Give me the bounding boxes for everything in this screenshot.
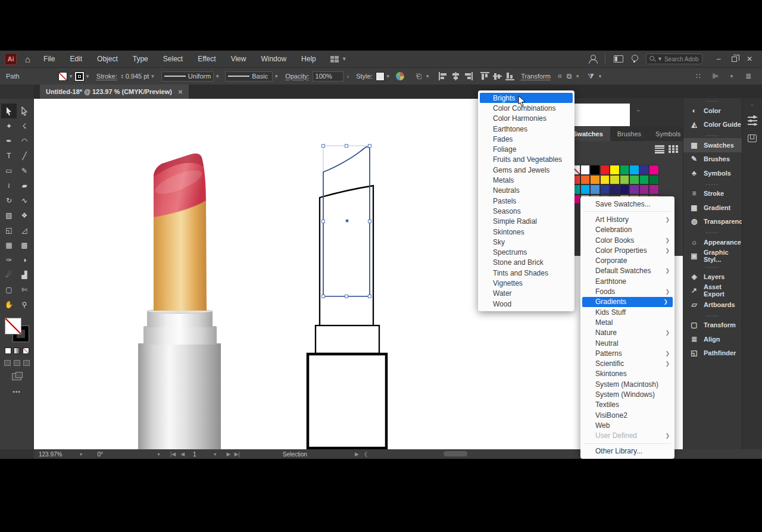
zoom-tool[interactable]: ⚲	[17, 297, 32, 312]
rotation-value[interactable]: 0°	[97, 451, 103, 458]
outline-lipstick[interactable]	[308, 145, 386, 449]
dock-artboards[interactable]: ▱Artboards	[683, 298, 742, 312]
menu-item-gradients[interactable]: Gradients❯	[582, 297, 673, 307]
menu-item-pastels[interactable]: Pastels	[478, 196, 574, 206]
swatch-2b3990[interactable]	[600, 184, 610, 195]
chevron-down-icon[interactable]: ▼	[575, 74, 580, 79]
rotate-tool[interactable]: ↻	[1, 193, 17, 208]
menu-help[interactable]: Help	[301, 55, 316, 63]
chevron-down-icon[interactable]: ▼	[68, 74, 73, 79]
swatch-7b2e9e[interactable]	[629, 184, 639, 195]
swatch-000000[interactable]	[590, 165, 600, 175]
swatch-d7df23[interactable]	[610, 175, 620, 185]
bounding-box-icon[interactable]: ⌗	[558, 72, 562, 80]
dock-swatches[interactable]: ▦Swatches	[683, 138, 742, 152]
dock-align[interactable]: ≣Align	[683, 332, 742, 346]
swatch-00aeef[interactable]	[629, 165, 639, 175]
swatch-00a651[interactable]	[620, 165, 630, 175]
chevron-down-icon[interactable]: ▼	[274, 74, 279, 79]
status-expand-icon[interactable]: ▶	[355, 451, 359, 457]
graph-tool[interactable]: ▟	[17, 267, 32, 282]
selection-tool[interactable]	[1, 104, 17, 118]
screen-mode-button[interactable]	[12, 373, 21, 380]
menu-item-stone-and-brick[interactable]: Stone and Brick	[478, 258, 574, 268]
stroke-color-swatch[interactable]	[75, 72, 84, 81]
menu-item-color-properties[interactable]: Color Properties❯	[580, 245, 674, 255]
direct-selection-tool[interactable]	[17, 104, 32, 118]
menu-window[interactable]: Window	[261, 55, 286, 63]
style-swatch[interactable]	[376, 72, 385, 81]
prev-artboard-icon[interactable]: ◀	[180, 451, 185, 457]
document-tab[interactable]: Untitled-18* @ 123.97 % (CMYK/Preview) ✕	[40, 85, 189, 99]
pen-tool[interactable]: ✒	[1, 133, 17, 148]
first-artboard-icon[interactable]: |◀	[170, 451, 176, 457]
draw-behind-icon[interactable]	[14, 360, 20, 366]
opacity-label[interactable]: Opacity:	[285, 73, 309, 80]
hand-tool[interactable]: ✋	[1, 297, 17, 312]
rectangle-tool[interactable]: ▭	[1, 163, 17, 178]
menu-item-neutral[interactable]: Neutral	[580, 338, 674, 348]
dock-color-guide[interactable]: ◭Color Guide	[683, 118, 742, 132]
dock-asset-export[interactable]: ↗Asset Export	[683, 284, 742, 298]
chevron-down-icon[interactable]: ▼	[386, 74, 391, 79]
chevron-down-icon[interactable]: ▼	[85, 74, 90, 79]
swatch-2e3192[interactable]	[639, 165, 649, 175]
width-tool[interactable]: ∿	[17, 193, 32, 208]
menu-item-textiles[interactable]: Textiles	[580, 400, 674, 410]
swatch-00aeef[interactable]	[580, 184, 591, 195]
isolate-selection-icon[interactable]: ⧉	[567, 72, 572, 80]
paintbrush-tool[interactable]: ✎	[17, 163, 32, 178]
dock-color[interactable]: ◐Color	[683, 104, 742, 118]
properties-panel-icon[interactable]	[748, 117, 757, 125]
menu-item-color-harmonies[interactable]: Color Harmonies	[478, 114, 574, 124]
menu-effect[interactable]: Effect	[198, 55, 216, 63]
align-left-icon[interactable]	[439, 72, 448, 80]
draw-normal-icon[interactable]	[4, 360, 11, 366]
menu-item-nature[interactable]: Nature❯	[580, 328, 674, 338]
menu-item-corporate[interactable]: Corporate	[580, 255, 674, 265]
align-top-icon[interactable]	[480, 72, 489, 80]
dock-transparency[interactable]: ◍Transparency	[683, 215, 742, 229]
libraries-panel-icon[interactable]	[748, 134, 757, 142]
swatch-262262[interactable]	[610, 184, 620, 195]
menu-item-sky[interactable]: Sky	[478, 237, 574, 247]
menu-item-simple-radial[interactable]: Simple Radial	[478, 217, 574, 227]
menu-item-system-macintosh[interactable]: System (Macintosh)	[580, 379, 674, 389]
menu-item-metals[interactable]: Metals	[478, 175, 574, 185]
align-center-icon[interactable]	[451, 72, 460, 80]
free-transform-tool[interactable]: ▧	[1, 208, 17, 223]
variable-width-profile-select[interactable]: Uniform	[161, 71, 214, 82]
stroke-label[interactable]: Stroke:	[96, 73, 117, 80]
touch-workspace-icon[interactable]: ∷	[696, 72, 701, 80]
shaper-tool[interactable]: ≀	[1, 178, 17, 193]
collapse-chevron-icon[interactable]: ⌃	[636, 109, 641, 115]
menu-item-earthtones[interactable]: Earthtones	[478, 124, 574, 134]
none-mode-button[interactable]	[23, 348, 29, 354]
menu-item-save-swatches[interactable]: Save Swatches...	[580, 199, 674, 209]
dock-layers[interactable]: ◈Layers	[683, 270, 742, 284]
symbol-sprayer-tool[interactable]: ☄	[1, 267, 17, 282]
align-vcenter-icon[interactable]	[493, 72, 502, 80]
menu-item-water[interactable]: Water	[478, 289, 574, 299]
menu-item-earthtone[interactable]: Earthtone	[580, 276, 674, 286]
transform-label[interactable]: Transform	[521, 73, 551, 80]
minimize-button[interactable]: –	[711, 52, 726, 65]
type-tool[interactable]: T	[1, 148, 17, 163]
swatch-fff200[interactable]	[610, 165, 620, 175]
menu-item-seasons[interactable]: Seasons	[478, 206, 574, 216]
perspective-grid-tool[interactable]: ◿	[17, 223, 32, 237]
workspace-switcher[interactable]: ▼	[330, 56, 347, 62]
search-input[interactable]: ▼ Search Adobe Help	[646, 54, 702, 64]
fill-stroke-indicator[interactable]	[5, 318, 29, 342]
arrange-documents-icon[interactable]	[614, 55, 623, 62]
fill-indicator-none[interactable]	[5, 318, 21, 334]
magic-wand-tool[interactable]: ✦	[1, 118, 17, 133]
brush-definition-select[interactable]: Basic	[225, 71, 273, 82]
artboard-chevron-icon[interactable]: ▼	[213, 452, 217, 456]
blend-tool[interactable]: ◑	[17, 252, 32, 267]
draw-inside-icon[interactable]	[23, 360, 30, 366]
zoom-level-value[interactable]: 123.97%	[39, 451, 62, 458]
swatch-ffffff[interactable]	[580, 165, 591, 175]
document-setup-icon[interactable]: ⎗	[416, 72, 422, 80]
dock-brushes[interactable]: ✎Brushes	[683, 152, 742, 167]
